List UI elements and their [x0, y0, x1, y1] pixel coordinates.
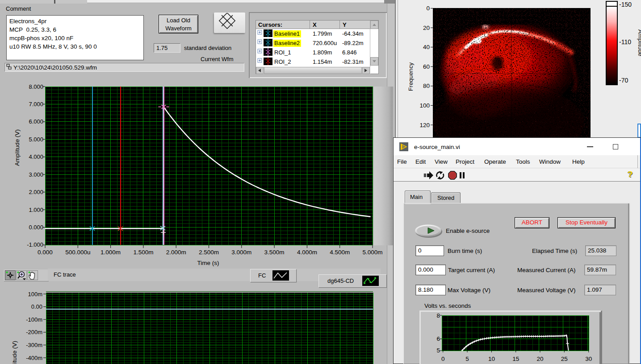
svg-text:25: 25	[561, 356, 568, 362]
svg-text:1.500m: 1.500m	[133, 249, 153, 256]
svg-text:0.000: 0.000	[38, 249, 53, 256]
svg-text:Amplitude (V): Amplitude (V)	[11, 341, 18, 364]
svg-text:40: 40	[423, 44, 430, 50]
svg-text:Frequency: Frequency	[407, 62, 414, 91]
svg-text:3.000: 3.000	[29, 171, 43, 178]
svg-text:-300m: -300m	[26, 342, 42, 348]
svg-text:-400m: -400m	[26, 355, 42, 361]
svg-text:20: 20	[423, 25, 430, 31]
svg-text:8.000: 8.000	[29, 83, 43, 90]
svg-text:20: 20	[536, 356, 543, 362]
svg-text:3.500m: 3.500m	[264, 249, 285, 256]
svg-text:4.000: 4.000	[29, 153, 43, 160]
svg-text:0: 0	[426, 5, 430, 12]
svg-text:60: 60	[423, 63, 430, 70]
svg-text:0.00: 0.00	[31, 303, 42, 310]
svg-text:2.000: 2.000	[29, 189, 43, 195]
svg-text:-100m: -100m	[26, 316, 42, 323]
svg-text:80: 80	[423, 83, 430, 89]
svg-text:6.000: 6.000	[29, 118, 43, 125]
svg-text:15: 15	[512, 356, 519, 362]
svg-text:0: 0	[441, 356, 445, 362]
svg-text:-1.000: -1.000	[27, 241, 43, 248]
svg-text:0.000: 0.000	[29, 224, 43, 231]
svg-text:3.000m: 3.000m	[231, 249, 251, 256]
svg-text:5.000: 5.000	[29, 136, 43, 143]
svg-text:Amplitude: Amplitude	[637, 29, 641, 56]
svg-text:5: 5	[465, 356, 469, 362]
svg-text:100: 100	[419, 102, 430, 109]
svg-text:120: 120	[419, 122, 430, 128]
svg-text:7.000: 7.000	[29, 101, 43, 108]
svg-text:6: 6	[436, 335, 440, 342]
svg-text:500.000u: 500.000u	[65, 249, 90, 256]
svg-text:-110: -110	[619, 38, 631, 46]
svg-text:1.000m: 1.000m	[101, 249, 121, 256]
svg-text:30: 30	[585, 356, 592, 362]
svg-text:100m: 100m	[28, 291, 42, 298]
svg-text:2.500m: 2.500m	[199, 249, 219, 256]
svg-text:Time (s): Time (s)	[197, 260, 219, 266]
svg-text:5: 5	[436, 347, 440, 354]
svg-text:-200m: -200m	[26, 329, 42, 335]
svg-text:2.000m: 2.000m	[166, 249, 186, 256]
svg-text:8: 8	[436, 312, 440, 319]
svg-text:4.000m: 4.000m	[297, 249, 317, 256]
svg-text:5.000m: 5.000m	[362, 249, 382, 256]
svg-text:Amplitude (V): Amplitude (V)	[14, 129, 21, 166]
svg-text:-150: -150	[619, 1, 632, 8]
svg-text:10: 10	[488, 356, 495, 362]
svg-text:1.000: 1.000	[29, 207, 43, 213]
svg-text:4.500m: 4.500m	[330, 249, 350, 256]
svg-text:-70: -70	[619, 77, 628, 84]
